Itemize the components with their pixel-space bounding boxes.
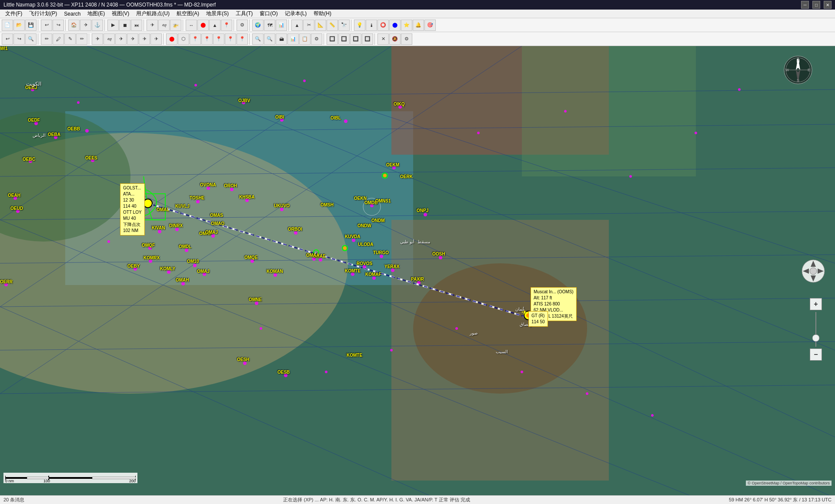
menu-item-2[interactable]: Search <box>60 10 84 18</box>
tb2-chart2[interactable]: 📊 <box>287 33 299 45</box>
target-button[interactable]: 🎯 <box>424 20 436 31</box>
map-button[interactable]: 🗺 <box>264 20 275 31</box>
tb2-pin3[interactable]: 📍 <box>213 33 224 45</box>
tb2-rect4[interactable]: 🔲 <box>362 33 373 45</box>
globe-button[interactable]: 🌍 <box>252 20 264 31</box>
chart-button[interactable]: 📊 <box>276 20 287 31</box>
map-container[interactable]: ✈ OJBV OIKQ OIBL OIBI OEBB OEBJ OEDF OEB… <box>0 46 835 495</box>
svg-point-59 <box>196 200 200 203</box>
pin-button[interactable]: 📍 <box>221 20 232 31</box>
new-button[interactable]: 📄 <box>2 20 13 31</box>
status-messages: 20 条消息 <box>3 497 24 503</box>
aircraft-button[interactable]: ✈ <box>80 20 91 31</box>
tb2-rect2[interactable]: 🔲 <box>338 33 350 45</box>
triangle2-button[interactable]: ▲ <box>291 20 303 31</box>
tb2-close[interactable]: ✕ <box>377 33 389 45</box>
redo-button[interactable]: ↪ <box>53 20 64 31</box>
home-button[interactable]: 🏠 <box>68 20 80 31</box>
svg-point-50 <box>284 374 287 377</box>
menu-item-10[interactable]: 记录本(L) <box>281 9 311 18</box>
tb2-pin5[interactable]: 📍 <box>237 33 248 45</box>
tb2-mountain[interactable]: 🏔 <box>276 33 287 45</box>
zoom-out-button[interactable]: − <box>810 348 822 361</box>
blue-circle-button[interactable]: ⬤ <box>389 20 401 31</box>
tb2-edit1[interactable]: ✏ <box>41 33 52 45</box>
svg-point-36 <box>424 213 427 216</box>
svg-point-92 <box>144 199 152 208</box>
menu-item-5[interactable]: 用户航路点(U) <box>133 9 173 18</box>
tb2-ac1[interactable]: ✈ <box>92 33 103 45</box>
scope-button[interactable]: 🔭 <box>338 20 350 31</box>
save-button[interactable]: 💾 <box>25 20 37 31</box>
undo-button[interactable]: ↩ <box>41 20 52 31</box>
tb2-gear[interactable]: ⚙ <box>401 33 412 45</box>
scalebar: 0 nm 100 200 <box>3 473 137 483</box>
star-button[interactable]: ⭐ <box>401 20 412 31</box>
tb2-ac4[interactable]: ✈ <box>127 33 138 45</box>
tb2-search[interactable]: 🔍 <box>25 33 37 45</box>
tb2-clipboard[interactable]: 📋 <box>299 33 311 45</box>
tb2-ac3[interactable]: ✈ <box>115 33 127 45</box>
bell-button[interactable]: 🔔 <box>413 20 424 31</box>
tb2-settings2[interactable]: ⚙ <box>311 33 322 45</box>
sep3 <box>104 20 106 31</box>
zoom-in-button[interactable]: + <box>810 298 822 310</box>
menu-item-3[interactable]: 地图(E) <box>84 9 108 18</box>
measure-button[interactable]: 📐 <box>315 20 326 31</box>
temp-button[interactable]: 🌡 <box>366 20 377 31</box>
tb2-red[interactable]: ⬤ <box>166 33 177 45</box>
heli-button[interactable]: 🚁 <box>170 20 181 31</box>
route-button[interactable]: ↔ <box>186 20 197 31</box>
stop-button[interactable]: ⏹ <box>119 20 130 31</box>
sep8 <box>288 20 290 31</box>
menu-item-8[interactable]: 工具(T) <box>232 9 256 18</box>
next-button[interactable]: ⏭ <box>131 20 142 31</box>
tb2-pin1[interactable]: 📍 <box>190 33 201 45</box>
tb2-ac5[interactable]: ✈ <box>139 33 150 45</box>
close-button[interactable]: ✕ <box>824 1 832 9</box>
tb2-redo[interactable]: ↪ <box>13 33 25 45</box>
menu-item-9[interactable]: 窗口(O) <box>256 9 281 18</box>
svg-point-56 <box>391 269 394 272</box>
anchor-button[interactable]: ⚓ <box>92 20 103 31</box>
circle-button[interactable]: ⭕ <box>377 20 389 31</box>
aircraft3-button[interactable]: 🛩 <box>158 20 170 31</box>
open-button[interactable]: 📂 <box>13 20 25 31</box>
tb2-pin2[interactable]: 📍 <box>201 33 213 45</box>
tb2-rect3[interactable]: 🔲 <box>350 33 361 45</box>
red-circle-button[interactable]: ⬤ <box>197 20 209 31</box>
tb2-undo[interactable]: ↩ <box>2 33 13 45</box>
triangle-button[interactable]: ▲ <box>209 20 220 31</box>
tb2-edit3[interactable]: ✎ <box>64 33 76 45</box>
svg-point-46 <box>203 272 206 276</box>
maximize-button[interactable]: □ <box>812 1 820 9</box>
sep7 <box>249 20 251 31</box>
aircraft2-button[interactable]: ✈ <box>147 20 158 31</box>
settings-button[interactable]: ⚙ <box>237 20 248 31</box>
svg-point-40 <box>148 246 152 250</box>
tb2-pin4[interactable]: 📍 <box>225 33 236 45</box>
light-button[interactable]: 💡 <box>354 20 365 31</box>
tb2-hex[interactable]: ⬡ <box>178 33 189 45</box>
tb2-ac6[interactable]: ✈ <box>150 33 162 45</box>
menu-item-1[interactable]: 飞行计划(P) <box>26 9 60 18</box>
menu-item-0[interactable]: 文件(F) <box>2 9 26 18</box>
menu-item-6[interactable]: 航空图(A) <box>173 9 203 18</box>
svg-point-87 <box>651 414 654 417</box>
minimize-button[interactable]: ─ <box>801 1 809 9</box>
tb2-edit4[interactable]: ✏ <box>76 33 87 45</box>
ruler-button[interactable]: 📏 <box>327 20 338 31</box>
tb2-mute[interactable]: 🔕 <box>389 33 401 45</box>
menu-item-4[interactable]: 视图(V) <box>108 9 133 18</box>
menu-item-11[interactable]: 帮助(H) <box>310 9 335 18</box>
tb2-zoom2[interactable]: 🔍 <box>264 33 275 45</box>
scissors-button[interactable]: ✂ <box>303 20 314 31</box>
play-button[interactable]: ▶ <box>107 20 119 31</box>
tb2-rect1[interactable]: 🔲 <box>327 33 338 45</box>
menu-item-7[interactable]: 地景库(S) <box>203 9 232 18</box>
svg-point-43 <box>149 259 152 263</box>
tb2-edit2[interactable]: 🖊 <box>53 33 64 45</box>
tb2-zoom1[interactable]: 🔍 <box>252 33 264 45</box>
svg-text:W: W <box>785 68 789 72</box>
tb2-ac2[interactable]: 🛩 <box>104 33 115 45</box>
